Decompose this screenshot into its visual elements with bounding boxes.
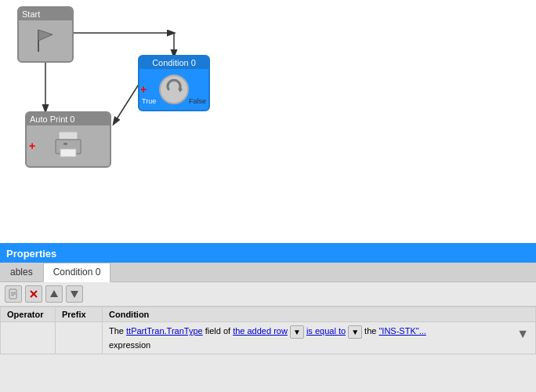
move-up-button[interactable] [45, 285, 63, 303]
equal-dropdown[interactable]: ▼ [348, 325, 362, 339]
tab-condition0[interactable]: Condition 0 [43, 263, 111, 282]
scroll-indicator: ▼ [516, 325, 529, 343]
down-arrow-icon [70, 289, 79, 299]
condition-link-added-row[interactable]: the added row [233, 326, 288, 336]
row-prefix [56, 322, 103, 354]
panel-header: Properties [0, 245, 536, 263]
false-label: False [189, 97, 206, 105]
conditions-table: Operator Prefix Condition The ttPartTran… [0, 307, 536, 354]
true-label: True [142, 97, 156, 105]
tab-tables[interactable]: ables [0, 263, 43, 281]
condition-circle-icon [158, 73, 190, 106]
autoprint-node[interactable]: Auto Print 0 + [25, 111, 111, 168]
condition-text-the: The [109, 326, 126, 336]
condition-add-icon: + [140, 83, 147, 96]
table-row: The ttPartTran.TranType field of the add… [1, 322, 536, 354]
start-node-icon [34, 20, 57, 61]
svg-line-4 [114, 83, 139, 124]
svg-marker-6 [38, 30, 53, 41]
autoprint-node-title: Auto Print 0 [27, 113, 110, 125]
delete-button[interactable] [25, 285, 42, 303]
svg-marker-19 [50, 290, 58, 297]
svg-marker-20 [71, 291, 78, 298]
flag-icon [34, 28, 57, 53]
delete-icon [29, 289, 38, 299]
col-operator: Operator [1, 307, 56, 322]
condition-text-block: The ttPartTran.TranType field of the add… [109, 325, 529, 351]
tab-condition0-label: Condition 0 [53, 267, 101, 278]
start-node-title: Start [19, 8, 72, 20]
condition-node-icon: + True False [139, 69, 208, 110]
move-down-button[interactable] [66, 285, 83, 303]
svg-rect-12 [63, 143, 67, 145]
up-arrow-icon [49, 289, 59, 299]
condition-link-trantype[interactable]: ttPartTran.TranType [126, 326, 203, 336]
col-prefix: Prefix [56, 307, 103, 322]
condition-node-title: Condition 0 [139, 56, 208, 69]
condition-link-equal-to[interactable]: is equal to [306, 326, 346, 336]
svg-rect-11 [60, 149, 76, 157]
col-condition: Condition [103, 307, 536, 322]
panel-toolbar [0, 282, 536, 307]
condition-text-expression: expression [109, 340, 150, 350]
condition-text-the2: the [364, 326, 378, 336]
row-operator [1, 322, 56, 354]
properties-panel: Properties ables Condition 0 [0, 243, 536, 392]
condition-text-field-of: field of [205, 326, 233, 336]
row-condition: The ttPartTran.TranType field of the add… [103, 322, 536, 354]
autoprint-add-icon: + [29, 140, 35, 152]
autoprint-node-icon: + [27, 125, 110, 166]
condition-link-ins-stk[interactable]: "INS-STK"... [378, 326, 426, 336]
row-dropdown[interactable]: ▼ [290, 325, 304, 339]
printer-icon [53, 132, 84, 160]
new-button[interactable] [5, 285, 22, 303]
start-node[interactable]: Start [17, 6, 74, 63]
workflow-canvas: Start Condition 0 + True False Auto Prin… [0, 0, 536, 243]
panel-title: Properties [6, 248, 56, 260]
new-icon [8, 289, 19, 299]
panel-tabs: ables Condition 0 [0, 263, 536, 282]
tab-tables-label: ables [10, 267, 33, 278]
condition-node[interactable]: Condition 0 + True False [138, 55, 210, 111]
